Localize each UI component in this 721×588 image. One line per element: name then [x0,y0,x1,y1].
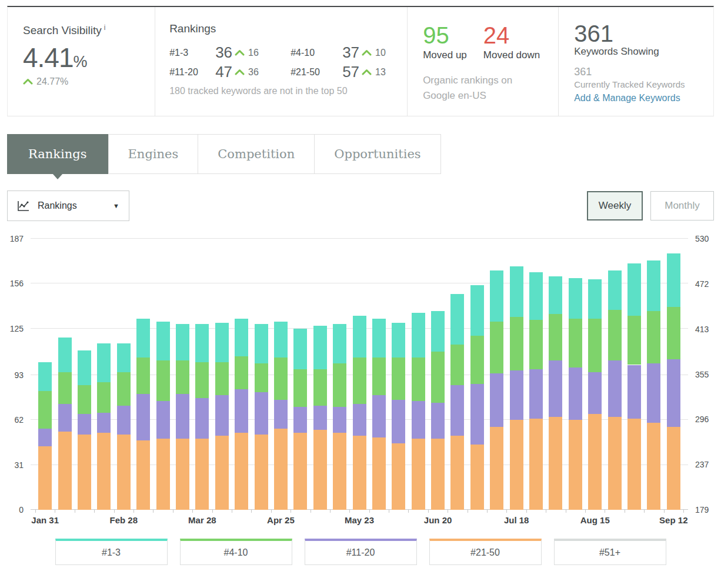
bar-segment-11-20[interactable] [235,389,248,433]
bar-segment-21-50[interactable] [667,427,680,510]
bar-segment-4-10[interactable] [58,372,72,404]
bar-segment-21-50[interactable] [97,433,111,510]
bar-segment-1-3[interactable] [38,362,52,391]
bar-segment-11-20[interactable] [156,401,170,439]
bar-segment-1-3[interactable] [431,311,445,352]
bar-segment-4-10[interactable] [470,336,484,383]
bar-segment-11-20[interactable] [78,414,91,435]
bar-segment-21-50[interactable] [274,429,288,510]
bar-segment-21-50[interactable] [490,427,503,510]
bar-segment-4-10[interactable] [136,358,150,394]
bar-segment-11-20[interactable] [117,406,131,435]
bar-segment-11-20[interactable] [255,392,268,434]
bar-segment-4-10[interactable] [97,382,111,413]
bar-segment-11-20[interactable] [588,372,602,414]
legend-item-11-20[interactable]: #11-20 [305,539,417,565]
bar-segment-1-3[interactable] [608,270,622,310]
bar-segment-21-50[interactable] [156,439,170,510]
bar-segment-1-3[interactable] [412,313,425,358]
bar-segment-21-50[interactable] [510,420,523,510]
bar-segment-11-20[interactable] [136,394,150,440]
bar-segment-11-20[interactable] [431,403,445,439]
bar-segment-11-20[interactable] [608,360,622,417]
bar-segment-4-10[interactable] [412,358,425,401]
bar-segment-21-50[interactable] [647,423,660,510]
bar-segment-1-3[interactable] [274,322,288,358]
bar-segment-1-3[interactable] [195,324,209,362]
bar-segment-4-10[interactable] [195,362,209,399]
bar-segment-21-50[interactable] [215,436,229,510]
bar-segment-11-20[interactable] [353,404,366,436]
bar-segment-11-20[interactable] [667,359,680,427]
bar-segment-21-50[interactable] [549,417,562,510]
bar-segment-11-20[interactable] [647,363,660,423]
legend-item-21-50[interactable]: #21-50 [429,539,542,565]
bar-segment-11-20[interactable] [274,400,288,429]
bar-segment-4-10[interactable] [313,369,327,406]
bar-segment-11-20[interactable] [97,413,111,433]
bar-segment-4-10[interactable] [78,385,91,414]
bar-segment-11-20[interactable] [627,365,641,419]
bar-segment-11-20[interactable] [549,360,562,417]
bar-segment-21-50[interactable] [412,439,425,510]
bar-segment-11-20[interactable] [176,394,189,439]
bar-segment-1-3[interactable] [627,263,641,316]
info-icon[interactable]: i [104,24,106,32]
bar-segment-4-10[interactable] [156,360,170,401]
bar-segment-1-3[interactable] [293,329,307,369]
bar-segment-1-3[interactable] [647,260,660,311]
tab-opportunities[interactable]: Opportunities [315,134,440,174]
bar-segment-4-10[interactable] [255,363,268,392]
bar-segment-4-10[interactable] [392,358,405,399]
bar-segment-4-10[interactable] [510,317,523,370]
bar-segment-4-10[interactable] [333,363,346,407]
bar-segment-21-50[interactable] [78,435,91,510]
bar-segment-21-50[interactable] [588,414,602,510]
bar-segment-11-20[interactable] [195,398,209,439]
bar-segment-4-10[interactable] [627,316,641,365]
bar-segment-21-50[interactable] [58,432,72,510]
bar-segment-1-3[interactable] [313,326,327,369]
bar-segment-4-10[interactable] [215,362,229,396]
bar-segment-21-50[interactable] [255,435,268,510]
bar-segment-11-20[interactable] [38,429,52,446]
bar-segment-1-3[interactable] [588,279,602,319]
bar-segment-1-3[interactable] [58,338,72,372]
tab-competition[interactable]: Competition [198,134,315,174]
bar-segment-11-20[interactable] [450,385,464,436]
legend-item-4-10[interactable]: #4-10 [180,539,292,565]
bar-segment-11-20[interactable] [333,407,346,433]
bar-segment-4-10[interactable] [293,369,307,407]
bar-segment-21-50[interactable] [608,417,622,510]
bar-segment-1-3[interactable] [215,323,229,362]
bar-segment-21-50[interactable] [176,439,189,510]
bar-segment-4-10[interactable] [176,360,189,394]
bar-segment-1-3[interactable] [392,323,405,358]
bar-segment-4-10[interactable] [569,319,582,368]
bar-segment-4-10[interactable] [372,358,386,395]
bar-segment-4-10[interactable] [529,320,543,369]
bar-segment-11-20[interactable] [392,400,405,443]
bar-segment-1-3[interactable] [529,272,543,320]
bar-segment-1-3[interactable] [353,316,366,358]
bar-segment-1-3[interactable] [450,294,464,345]
bar-segment-21-50[interactable] [392,443,405,510]
bar-segment-1-3[interactable] [667,253,680,307]
bar-segment-1-3[interactable] [333,324,346,363]
bar-segment-4-10[interactable] [588,319,602,372]
bar-segment-11-20[interactable] [215,395,229,436]
bar-segment-1-3[interactable] [490,270,503,321]
bar-segment-21-50[interactable] [38,446,52,510]
add-manage-keywords-link[interactable]: Add & Manage Keywords [574,93,680,103]
bar-segment-21-50[interactable] [293,433,307,510]
bar-segment-21-50[interactable] [195,439,209,510]
bar-segment-1-3[interactable] [235,319,248,356]
bar-segment-1-3[interactable] [156,322,170,361]
bar-segment-4-10[interactable] [647,311,660,363]
bar-segment-11-20[interactable] [372,395,386,437]
bar-segment-4-10[interactable] [450,345,464,385]
bar-segment-4-10[interactable] [490,322,503,374]
bar-segment-21-50[interactable] [529,419,543,510]
weekly-button[interactable]: Weekly [587,191,643,220]
bar-segment-1-3[interactable] [372,319,386,358]
